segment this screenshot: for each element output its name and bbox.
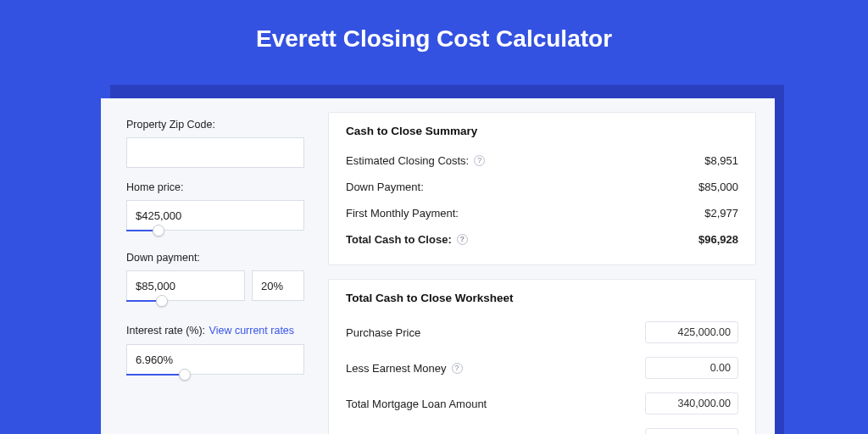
inputs-column: Property Zip Code: Home price: Down paym… [101,98,323,434]
down-payment-slider[interactable] [126,300,304,309]
home-price-slider[interactable] [126,230,304,238]
worksheet-row: Less Earnest Money? [346,350,738,386]
worksheet-card: Total Cash to Close Worksheet Purchase P… [328,279,756,434]
results-column: Cash to Close Summary Estimated Closing … [323,98,775,434]
page-title: Everett Closing Cost Calculator [0,0,868,73]
summary-row-label: First Monthly Payment: [346,207,459,220]
summary-row-value: $96,928 [698,233,738,246]
worksheet-row-label: Purchase Price [346,326,420,339]
down-payment-input[interactable] [126,270,245,301]
home-price-label: Home price: [126,181,304,193]
interest-rate-field: Interest rate (%): View current rates [126,322,304,382]
help-icon[interactable]: ? [452,363,463,374]
interest-rate-slider[interactable] [126,374,304,382]
summary-row: First Monthly Payment:$2,977 [346,200,738,226]
view-current-rates-link[interactable]: View current rates [209,325,295,337]
worksheet-row-input[interactable] [645,392,738,415]
worksheet-row-label: Total Mortgage Loan Amount [346,398,487,410]
down-payment-pct-input[interactable] [252,270,304,301]
worksheet-row: Total Mortgage Loan Amount [346,386,738,421]
zip-label: Property Zip Code: [126,119,304,131]
zip-input[interactable] [126,137,304,168]
summary-card: Cash to Close Summary Estimated Closing … [328,112,756,265]
worksheet-row: Purchase Price [346,314,738,350]
help-icon[interactable]: ? [457,234,468,245]
summary-row-value: $8,951 [704,154,738,167]
summary-heading: Cash to Close Summary [346,125,738,137]
slider-thumb[interactable] [179,369,191,381]
down-payment-field: Down payment: [126,252,304,309]
summary-row-value: $2,977 [704,207,738,220]
worksheet-row-input[interactable] [645,428,738,434]
down-payment-label: Down payment: [126,252,304,264]
zip-field: Property Zip Code: [126,119,304,168]
summary-row: Estimated Closing Costs:?$8,951 [346,147,738,174]
worksheet-row: Total Second Mortgage Amount? [346,421,738,434]
worksheet-row-input[interactable] [645,357,738,379]
interest-rate-label: Interest rate (%): [126,325,205,337]
calculator-panel: Property Zip Code: Home price: Down paym… [101,98,775,434]
help-icon[interactable]: ? [474,155,485,166]
slider-thumb[interactable] [156,295,168,307]
summary-row: Down Payment:$85,000 [346,174,738,200]
interest-rate-input[interactable] [126,344,304,375]
worksheet-row-label: Less Earnest Money [346,362,447,375]
summary-row-label: Total Cash to Close: [346,233,452,246]
home-price-field: Home price: [126,181,304,238]
slider-thumb[interactable] [153,225,164,236]
summary-row: Total Cash to Close:?$96,928 [346,226,738,253]
worksheet-heading: Total Cash to Close Worksheet [346,292,738,304]
home-price-input[interactable] [126,200,304,231]
summary-row-label: Estimated Closing Costs: [346,154,469,167]
summary-row-label: Down Payment: [346,181,424,193]
summary-row-value: $85,000 [698,181,738,193]
worksheet-row-input[interactable] [645,321,738,343]
